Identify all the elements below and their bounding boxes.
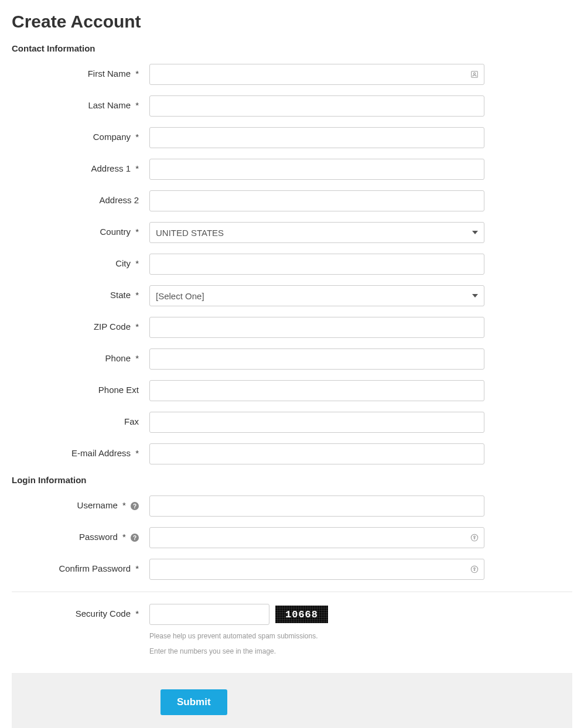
required-mark: * <box>135 353 139 363</box>
row-country: Country * UNITED STATES <box>12 222 572 243</box>
state-select[interactable]: [Select One] <box>149 285 484 306</box>
captcha-help-text: Please help us prevent automated spam su… <box>149 631 484 661</box>
label-address1: Address 1 * <box>12 159 149 173</box>
label-username: Username * ? <box>12 495 149 510</box>
username-input[interactable] <box>149 495 484 517</box>
required-mark: * <box>135 609 139 618</box>
required-mark: * <box>135 100 139 110</box>
label-password: Password * ? <box>12 527 149 542</box>
address1-input[interactable] <box>149 159 484 180</box>
first-name-input[interactable] <box>149 64 484 85</box>
row-fax: Fax <box>12 412 572 433</box>
required-mark: * <box>135 163 139 173</box>
required-mark: * <box>135 69 139 78</box>
phone-ext-input[interactable] <box>149 380 484 401</box>
row-company: Company * <box>12 127 572 148</box>
label-first-name: First Name * <box>12 64 149 78</box>
label-phone-ext: Phone Ext <box>12 380 149 395</box>
country-select[interactable]: UNITED STATES <box>149 222 484 243</box>
contact-heading: Contact Information <box>12 43 572 53</box>
required-mark: * <box>135 258 139 268</box>
phone-input[interactable] <box>149 348 484 370</box>
row-phone-ext: Phone Ext <box>12 380 572 401</box>
required-mark: * <box>135 132 139 142</box>
row-security-code: Security Code * 10668 Please help us pre… <box>12 604 572 661</box>
required-mark: * <box>135 322 139 331</box>
login-section: Login Information Username * ? Password … <box>12 475 572 580</box>
divider <box>12 592 572 592</box>
city-input[interactable] <box>149 254 484 275</box>
contact-section: Contact Information First Name * Last Na… <box>12 43 572 464</box>
submit-button[interactable]: Submit <box>160 689 227 715</box>
label-fax: Fax <box>12 412 149 426</box>
page-title: Create Account <box>12 12 572 32</box>
row-confirm-password: Confirm Password * <box>12 559 572 580</box>
login-heading: Login Information <box>12 475 572 485</box>
label-country: Country * <box>12 222 149 237</box>
fax-input[interactable] <box>149 412 484 433</box>
row-address1: Address 1 * <box>12 159 572 180</box>
row-username: Username * ? <box>12 495 572 517</box>
label-email: E-mail Address * <box>12 443 149 458</box>
row-last-name: Last Name * <box>12 95 572 117</box>
last-name-input[interactable] <box>149 95 484 117</box>
zip-input[interactable] <box>149 317 484 338</box>
confirm-password-input[interactable] <box>149 559 484 580</box>
required-mark: * <box>135 290 139 300</box>
row-password: Password * ? <box>12 527 572 548</box>
email-input[interactable] <box>149 443 484 464</box>
label-last-name: Last Name * <box>12 95 149 110</box>
address2-input[interactable] <box>149 190 484 211</box>
label-confirm-password: Confirm Password * <box>12 559 149 573</box>
row-phone: Phone * <box>12 348 572 370</box>
required-mark: * <box>122 500 126 510</box>
help-icon[interactable]: ? <box>131 534 139 542</box>
submit-bar: Submit <box>12 673 572 728</box>
captcha-image: 10668 <box>275 606 328 623</box>
label-city: City * <box>12 254 149 268</box>
label-zip: ZIP Code * <box>12 317 149 331</box>
required-mark: * <box>122 532 126 542</box>
row-zip: ZIP Code * <box>12 317 572 338</box>
row-address2: Address 2 <box>12 190 572 211</box>
company-input[interactable] <box>149 127 484 148</box>
required-mark: * <box>135 563 139 573</box>
row-email: E-mail Address * <box>12 443 572 464</box>
help-icon[interactable]: ? <box>131 502 139 510</box>
row-city: City * <box>12 254 572 275</box>
security-code-input[interactable] <box>149 604 269 625</box>
label-phone: Phone * <box>12 348 149 363</box>
password-input[interactable] <box>149 527 484 548</box>
row-first-name: First Name * <box>12 64 572 85</box>
row-state: State * [Select One] <box>12 285 572 306</box>
label-state: State * <box>12 285 149 300</box>
label-security-code: Security Code * <box>12 604 149 618</box>
required-mark: * <box>135 448 139 458</box>
label-company: Company * <box>12 127 149 142</box>
label-address2: Address 2 <box>12 190 149 205</box>
required-mark: * <box>135 227 139 237</box>
